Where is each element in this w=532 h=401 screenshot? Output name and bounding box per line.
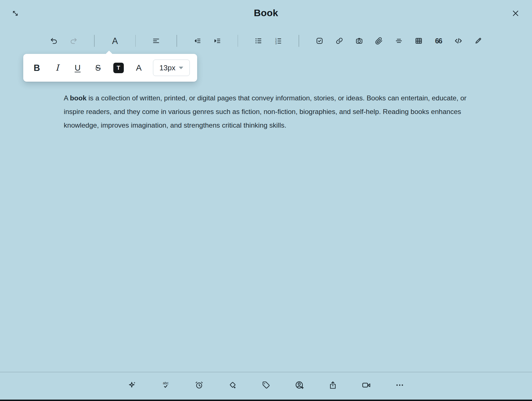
link-icon [335, 37, 343, 45]
toolbar-separator [94, 35, 95, 47]
link-button[interactable] [333, 34, 346, 48]
text-format-icon: A [112, 37, 118, 45]
numbered-list-button[interactable]: 1 2 3 [271, 34, 285, 48]
close-button[interactable] [509, 7, 522, 20]
strikethrough-button[interactable]: S [92, 61, 104, 75]
ai-assist-button[interactable] [125, 378, 140, 392]
checklist-button[interactable] [313, 34, 326, 48]
quote-button[interactable]: 66 [432, 34, 445, 48]
outdent-button[interactable] [191, 34, 204, 48]
numbered-list-icon: 1 2 3 [274, 37, 282, 45]
pen-icon [474, 37, 482, 45]
code-button[interactable] [452, 34, 465, 48]
indent-button[interactable] [210, 34, 224, 48]
indent-icon [213, 37, 221, 45]
redo-button[interactable] [67, 34, 80, 48]
toolbar-separator [135, 35, 136, 47]
add-collaborator-button[interactable] [292, 378, 307, 392]
person-add-icon [295, 380, 304, 390]
share-button[interactable] [325, 378, 340, 392]
pen-button[interactable] [471, 34, 485, 48]
page-title: Book [0, 7, 532, 18]
toolbar-separator [238, 35, 238, 47]
font-size-value: 13px [159, 64, 175, 72]
camera-button[interactable] [352, 34, 366, 48]
italic-button[interactable]: I [51, 61, 63, 75]
strikethrough-icon: S [95, 64, 101, 72]
video-camera-icon [361, 380, 371, 390]
sparkle-icon [128, 381, 137, 390]
underline-button[interactable]: U [71, 61, 84, 75]
table-icon [415, 37, 423, 45]
toolbar-separator [176, 35, 177, 47]
formatting-toolbar: A [0, 34, 532, 48]
reminder-button[interactable] [192, 378, 207, 392]
outdent-icon [193, 37, 201, 45]
note-editor-window: Book [0, 0, 532, 401]
highlight-button[interactable]: T [112, 61, 125, 75]
bold-button[interactable]: B [31, 61, 43, 75]
camera-icon [355, 37, 363, 45]
highlight-icon: T [113, 63, 124, 73]
chevron-down-icon [179, 67, 183, 69]
tag-button[interactable] [259, 378, 273, 392]
quote-icon: 66 [435, 37, 442, 45]
spellcheck-button[interactable]: abc [158, 378, 173, 392]
video-button[interactable] [359, 378, 374, 392]
toolbar-separator [299, 35, 299, 47]
code-icon [454, 37, 463, 45]
redo-icon [70, 37, 78, 45]
spellcheck-icon: abc [161, 381, 170, 390]
close-icon [511, 9, 520, 18]
note-text: is a collection of written, printed, or … [64, 94, 467, 129]
horizontal-rule-icon [395, 37, 403, 45]
italic-icon: I [56, 64, 59, 72]
bullet-list-button[interactable] [252, 34, 265, 48]
bottom-divider [0, 372, 532, 372]
text-format-button[interactable]: A [108, 34, 122, 48]
ellipsis-icon [395, 381, 404, 390]
bullet-list-icon [254, 37, 262, 45]
note-content[interactable]: A book is a collection of written, print… [64, 91, 472, 132]
alarm-clock-icon [195, 381, 204, 390]
paperclip-icon [375, 37, 383, 45]
more-options-button[interactable] [392, 378, 407, 392]
attachment-button[interactable] [372, 34, 386, 48]
bottom-toolbar: abc [0, 378, 532, 392]
font-color-button[interactable]: A [133, 61, 145, 75]
note-text-bold: book [70, 94, 87, 102]
svg-text:abc: abc [163, 381, 169, 385]
horizontal-rule-button[interactable] [392, 34, 406, 48]
svg-text:3: 3 [275, 42, 277, 45]
note-paragraph: A book is a collection of written, print… [64, 91, 472, 132]
checkbox-icon [316, 37, 324, 45]
share-icon [328, 381, 337, 390]
font-color-icon: A [136, 64, 142, 72]
align-left-icon [152, 37, 160, 45]
bottom-edge-bar [0, 400, 532, 401]
text-style-popup: B I U S T A 13px [23, 54, 197, 82]
color-diamond-icon [228, 381, 237, 390]
top-bar: Book [0, 0, 532, 26]
note-color-button[interactable] [225, 378, 240, 392]
align-button[interactable] [149, 34, 163, 48]
font-size-select[interactable]: 13px [153, 60, 190, 76]
table-button[interactable] [412, 34, 425, 48]
underline-icon: U [75, 64, 81, 72]
undo-button[interactable] [47, 34, 61, 48]
popup-caret [105, 50, 112, 58]
tag-icon [261, 381, 271, 390]
bold-icon: B [34, 64, 40, 72]
note-text: A [64, 94, 70, 102]
undo-icon [50, 37, 58, 45]
